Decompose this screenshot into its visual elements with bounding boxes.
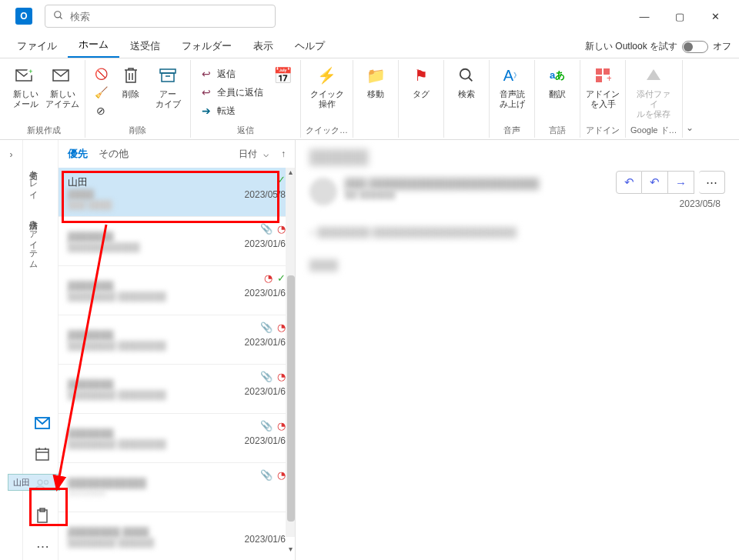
reply-icon: ↩ bbox=[200, 68, 212, 80]
scrollbar-thumb[interactable] bbox=[287, 275, 295, 522]
ribbon-group-move: 📁 移動 bbox=[353, 60, 399, 138]
other-tab[interactable]: その他 bbox=[99, 147, 129, 161]
svg-text:+: + bbox=[607, 73, 611, 84]
ribbon-group-addins: + アドイン を入手 アドイン bbox=[580, 60, 626, 138]
ribbon-group-find: 検索 bbox=[444, 60, 490, 138]
new-outlook-state: オフ bbox=[713, 40, 731, 53]
drag-ghost: 山田 bbox=[8, 474, 60, 491]
ribbon-group-quick: ⚡ クイック 操作 クイック… bbox=[301, 60, 353, 138]
tab-view[interactable]: 表示 bbox=[242, 35, 284, 58]
list-header: 優先 その他 日付⌵ ↑ bbox=[59, 140, 295, 168]
read-aloud-button[interactable]: A》 音声読 み上げ bbox=[494, 62, 530, 123]
nav-mail-icon[interactable] bbox=[33, 414, 52, 432]
maximize-button[interactable]: ▢ bbox=[662, 4, 697, 28]
message-row[interactable]: ████████████2023/05/8 📎◔ 2023/05/8 bbox=[59, 463, 295, 512]
trash-icon bbox=[120, 65, 142, 86]
nav-calendar-icon[interactable] bbox=[33, 445, 52, 463]
vtab-inbox[interactable]: 受信トレイ bbox=[26, 160, 41, 199]
paperclip-icon: 📎 bbox=[260, 223, 273, 235]
paperclip-icon: 📎 bbox=[260, 469, 273, 481]
archive-icon bbox=[157, 65, 179, 86]
new-item-button[interactable]: 新しい アイテム bbox=[45, 62, 80, 123]
svg-point-9 bbox=[460, 69, 470, 79]
app-icon: O bbox=[15, 8, 32, 25]
delete-button[interactable]: 削除 bbox=[113, 62, 149, 123]
forward-button[interactable]: ➔転送 bbox=[196, 102, 268, 119]
message-row[interactable]: ███████████████ ████████ 📎◔ 2023/01/6 bbox=[59, 414, 295, 463]
svg-rect-11 bbox=[596, 68, 602, 75]
junk-icon: ⊘ bbox=[95, 105, 107, 117]
ribbon-group-google: 添付ファイ ルを保存 Google ド… bbox=[626, 60, 683, 138]
meeting-button[interactable]: 📅 bbox=[269, 62, 296, 123]
svg-rect-16 bbox=[36, 449, 48, 460]
move-button[interactable]: 📁 移動 bbox=[358, 62, 393, 135]
reading-sender: ███ ████████████████████████ bbox=[345, 178, 725, 189]
svg-line-10 bbox=[469, 78, 473, 82]
search-box[interactable] bbox=[45, 5, 276, 28]
close-button[interactable]: ✕ bbox=[697, 4, 733, 28]
tab-home[interactable]: ホーム bbox=[68, 33, 119, 58]
archive-button[interactable]: アー カイブ bbox=[150, 62, 186, 123]
ignore-button[interactable]: 🚫 bbox=[90, 65, 112, 82]
reading-to: ██ ██████ bbox=[345, 189, 725, 198]
find-button[interactable]: 検索 bbox=[449, 62, 484, 135]
get-addins-button[interactable]: + アドイン を入手 bbox=[585, 62, 620, 123]
vtab-sent[interactable]: 送信済みアイテム bbox=[26, 210, 41, 268]
minimize-button[interactable]: — bbox=[627, 4, 662, 28]
forward-icon: ➔ bbox=[200, 105, 212, 117]
reply-all-button[interactable]: ↩全員に返信 bbox=[196, 84, 268, 101]
new-outlook-toggle[interactable]: 新しい Outlook を試す オフ bbox=[585, 40, 731, 53]
magnifier-icon bbox=[456, 65, 477, 86]
reading-body: ████ bbox=[309, 259, 725, 271]
translate-button[interactable]: aあ 翻訳 bbox=[540, 62, 575, 123]
nav-more-icon[interactable]: ⋯ bbox=[33, 537, 52, 555]
focused-tab[interactable]: 優先 bbox=[68, 147, 88, 161]
reading-subject: ██████ bbox=[309, 149, 725, 165]
ribbon-group-new: + 新しい メール 新しい アイテム 新規作成 bbox=[3, 60, 85, 138]
ribbon-group-language: aあ 翻訳 言語 bbox=[535, 60, 580, 138]
message-row[interactable]: 山田 ████ ███ ████ ✓ 2023/05/8 bbox=[59, 168, 295, 217]
tag-button[interactable]: ⚑ タグ bbox=[403, 62, 439, 135]
junk-button[interactable]: ⊘ bbox=[90, 102, 112, 119]
flag-icon: ◔ bbox=[277, 223, 286, 235]
tab-folder[interactable]: フォルダー bbox=[171, 35, 242, 58]
nav-tasks-icon[interactable] bbox=[33, 506, 52, 525]
tab-file[interactable]: ファイル bbox=[6, 35, 68, 58]
tab-sendreceive[interactable]: 送受信 bbox=[119, 35, 171, 58]
ribbon-collapse-button[interactable]: ⌄ bbox=[683, 60, 697, 138]
tab-help[interactable]: ヘルプ bbox=[284, 35, 336, 58]
message-row[interactable]: ███████████████ ████████ 📎◔ 2023/01/6 bbox=[59, 365, 295, 414]
message-row[interactable]: ███████████████████ 📎◔ 2023/01/6 bbox=[59, 217, 295, 266]
sender-avatar bbox=[309, 178, 337, 205]
flag-icon: ◔ bbox=[277, 469, 286, 481]
ribbon-group-tag: ⚑ タグ bbox=[399, 60, 444, 138]
message-list-scroll[interactable]: 山田 ████ ███ ████ ✓ 2023/05/8 ███████████… bbox=[59, 168, 295, 560]
new-mail-button[interactable]: + 新しい メール bbox=[8, 62, 43, 123]
search-icon bbox=[53, 10, 64, 23]
message-list: 優先 その他 日付⌵ ↑ 山田 ████ ███ ████ ✓ 2023/05/… bbox=[59, 140, 296, 560]
flag-icon: ◔ bbox=[277, 322, 286, 333]
folder-move-icon: 📁 bbox=[365, 65, 386, 86]
sort-button[interactable]: 日付⌵ ↑ bbox=[239, 148, 286, 161]
window-controls: — ▢ ✕ bbox=[627, 4, 733, 28]
addins-icon: + bbox=[592, 65, 614, 86]
search-input[interactable] bbox=[70, 11, 267, 22]
sort-direction-icon[interactable]: ↑ bbox=[281, 148, 286, 159]
message-row[interactable]: ███████████████ ████████ ◔✓ 2023/01/6 bbox=[59, 266, 295, 315]
svg-rect-13 bbox=[596, 76, 602, 82]
flag-icon: ⚑ bbox=[410, 65, 432, 86]
message-row[interactable]: ████████ ████████████ ██████ 2023/01/6 bbox=[59, 512, 295, 560]
toggle-icon[interactable] bbox=[682, 41, 708, 53]
message-row[interactable]: ███████████████ ████████ 📎◔ 2023/01/6 bbox=[59, 315, 295, 365]
chevron-right-icon: › bbox=[10, 149, 13, 160]
quick-steps-button[interactable]: ⚡ クイック 操作 bbox=[309, 62, 345, 123]
cleanup-button[interactable]: 🧹 bbox=[90, 84, 112, 101]
reply-button[interactable]: ↩返信 bbox=[196, 65, 268, 82]
scroll-up-icon[interactable]: ▴ bbox=[286, 168, 295, 178]
translate-icon: aあ bbox=[547, 65, 568, 86]
check-icon: ✓ bbox=[277, 174, 286, 185]
svg-line-1 bbox=[60, 16, 62, 18]
cleanup-icon: 🧹 bbox=[95, 86, 107, 98]
folder-pane-toggle[interactable]: › bbox=[0, 140, 23, 560]
scroll-down-icon[interactable]: ▾ bbox=[286, 545, 295, 555]
